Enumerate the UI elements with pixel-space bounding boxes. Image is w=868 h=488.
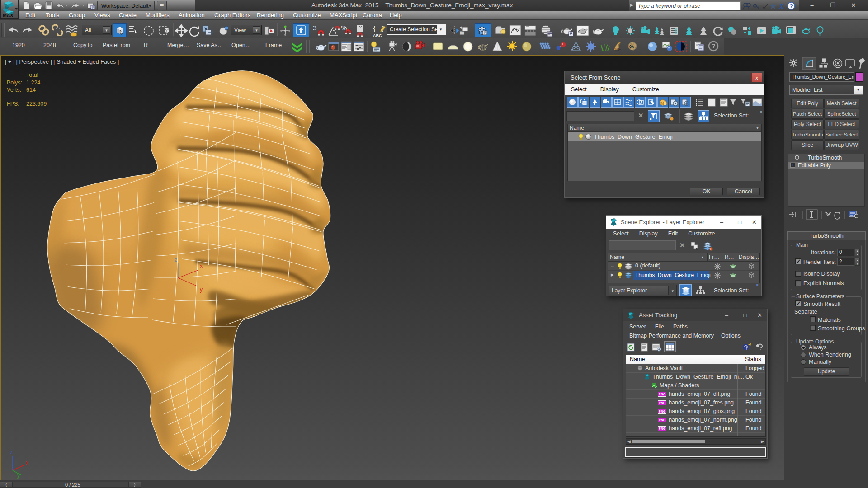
svg-text:MAX: MAX — [3, 13, 13, 18]
svg-text:HF: HF — [615, 47, 621, 52]
svg-text:y: y — [200, 286, 203, 293]
svg-text:z: z — [175, 257, 177, 263]
svg-text:?: ? — [712, 42, 716, 50]
svg-text:0x: 0x — [629, 44, 634, 49]
svg-text:x: x — [200, 263, 203, 269]
svg-text:x: x — [26, 460, 28, 466]
svg-text:y: y — [17, 472, 20, 479]
svg-text:ABC: ABC — [373, 33, 382, 38]
svg-text:?: ? — [790, 3, 793, 9]
svg-text:z: z — [10, 449, 13, 455]
svg-text:X: X — [779, 3, 784, 10]
